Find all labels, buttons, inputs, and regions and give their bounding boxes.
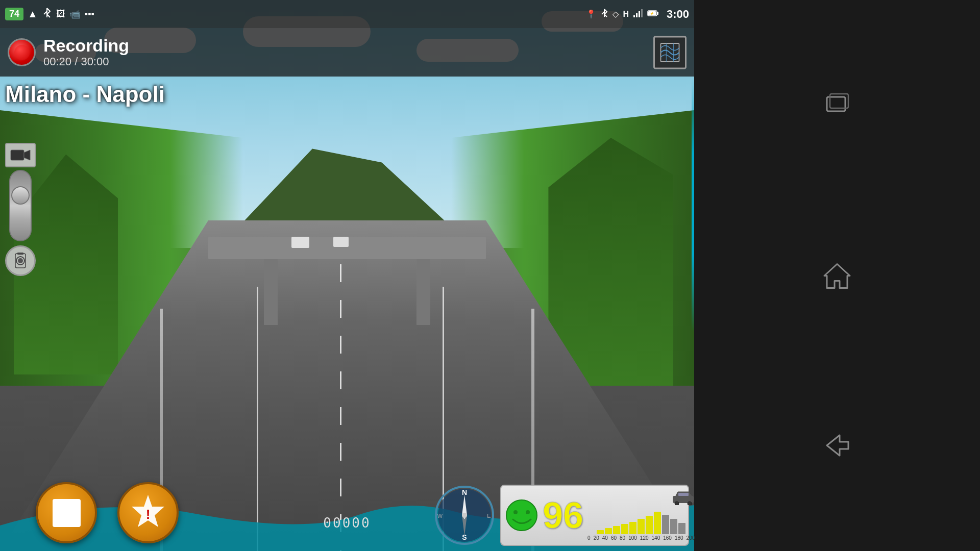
status-bar: 74 ▲ 🖼 📹 ▪▪▪ 📍 ◇ H <box>0 0 694 28</box>
home-icon <box>822 260 852 291</box>
speed-bar-3 <box>621 524 628 534</box>
svg-text:E: E <box>487 513 491 519</box>
bridge-pillar <box>416 259 430 325</box>
speed-bar-4 <box>629 522 636 534</box>
zoom-thumb <box>11 186 30 205</box>
camera-icon <box>11 252 30 270</box>
camera-switch-button[interactable] <box>5 143 36 167</box>
speed-panel: 96 <box>500 485 689 546</box>
video-camera-icon <box>10 147 31 163</box>
emergency-button[interactable]: ! <box>117 482 179 543</box>
route-label: Milano - Napoli <box>5 82 165 107</box>
truck <box>333 237 349 247</box>
truck <box>291 237 309 248</box>
signal-bars-icon <box>633 9 643 19</box>
recording-time: 00:20 / 30:00 <box>43 55 129 68</box>
diamond-icon: ◇ <box>612 9 619 19</box>
battery-icon: ⚡ <box>647 10 659 19</box>
recents-button[interactable] <box>817 85 857 126</box>
recents-icon <box>822 90 852 121</box>
speed-bar-5 <box>638 519 645 534</box>
recording-header: Recording 00:20 / 30:00 <box>0 28 694 77</box>
speed-label-100: 100 <box>628 535 637 541</box>
svg-rect-1 <box>636 13 638 17</box>
svg-rect-34 <box>678 493 689 496</box>
svg-point-29 <box>513 510 518 514</box>
speed-bar-0 <box>597 530 604 534</box>
video-icon: 📹 <box>69 9 81 20</box>
speed-label-160: 160 <box>663 535 672 541</box>
time-display: 3:00 <box>667 8 689 21</box>
record-dot-inner <box>14 45 30 60</box>
location-icon: 📍 <box>586 9 596 19</box>
back-button[interactable] <box>817 425 857 466</box>
svg-marker-12 <box>24 150 30 160</box>
bluetooth-status-icon <box>600 9 608 20</box>
speed-label-40: 40 <box>602 535 608 541</box>
svg-rect-11 <box>11 150 24 160</box>
speed-label-60: 60 <box>611 535 617 541</box>
car-icon <box>672 490 695 505</box>
status-bar-left: 74 ▲ 🖼 📹 ▪▪▪ <box>5 7 94 21</box>
map-button[interactable] <box>653 36 687 69</box>
speed-bar-label-row: 0 20 40 60 80 100 120 140 160 180 200 <box>587 535 695 541</box>
svg-rect-2 <box>639 11 640 17</box>
svg-rect-16 <box>17 253 23 255</box>
svg-text:⚡: ⚡ <box>650 11 654 16</box>
speed-right: 0 20 40 60 80 100 120 140 160 180 200 <box>587 490 695 541</box>
svg-marker-37 <box>824 264 850 288</box>
svg-point-32 <box>675 502 679 505</box>
android-nav-panel <box>694 0 980 551</box>
speed-bars <box>597 509 685 534</box>
speed-label-120: 120 <box>640 535 649 541</box>
speed-bar-9 <box>670 519 677 534</box>
main-camera-area: 74 ▲ 🖼 📹 ▪▪▪ 📍 ◇ H <box>0 0 694 551</box>
stop-button[interactable] <box>36 482 97 543</box>
bridge-pillar <box>264 259 278 325</box>
speed-label-0: 0 <box>587 535 591 541</box>
speed-label-140: 140 <box>652 535 660 541</box>
tree-detail <box>548 138 673 386</box>
speed-bar-8 <box>662 515 669 534</box>
svg-point-14 <box>18 258 23 263</box>
zoom-slider[interactable] <box>9 170 32 241</box>
vertical-indicator-line <box>692 77 694 332</box>
emergency-icon: ! <box>128 492 168 533</box>
signal-badge: 74 <box>5 8 23 20</box>
stop-icon <box>53 499 81 527</box>
speed-bar-7 <box>654 512 661 534</box>
back-icon <box>822 430 852 461</box>
odometer: 00000 <box>323 515 371 531</box>
h-signal-icon: H <box>623 10 629 19</box>
recording-info: Recording 00:20 / 30:00 <box>43 36 129 68</box>
svg-rect-5 <box>657 12 658 15</box>
bluetooth-icon <box>42 7 52 21</box>
speed-label-20: 20 <box>594 535 599 541</box>
svg-point-30 <box>526 510 530 514</box>
compass: N S W E <box>434 485 495 546</box>
left-controls <box>5 143 36 276</box>
record-indicator <box>8 38 36 66</box>
home-button[interactable] <box>817 255 857 296</box>
speed-bar-1 <box>605 528 612 534</box>
svg-point-27 <box>462 513 467 518</box>
speed-bar-10 <box>678 523 685 534</box>
speed-label-180: 180 <box>675 535 683 541</box>
speed-label-80: 80 <box>620 535 625 541</box>
speed-value: 96 <box>543 497 583 534</box>
speed-bar-6 <box>646 516 653 534</box>
speed-chart: 0 20 40 60 80 100 120 140 160 180 200 <box>587 509 695 541</box>
bottom-toolbar: ! 00000 N S W E <box>0 485 694 551</box>
map-icon <box>658 41 681 64</box>
speed-bar-2 <box>613 526 620 534</box>
status-bar-right: 📍 ◇ H <box>586 8 689 21</box>
svg-point-33 <box>688 502 692 505</box>
photo-button[interactable] <box>5 245 36 276</box>
speed-label-200: 200 <box>687 535 695 541</box>
recording-title: Recording <box>43 36 129 55</box>
smiley-icon <box>505 499 538 532</box>
grid-icon: ▪▪▪ <box>85 9 94 19</box>
svg-marker-38 <box>827 435 848 456</box>
svg-rect-0 <box>633 15 635 17</box>
image-icon: 🖼 <box>56 9 65 19</box>
